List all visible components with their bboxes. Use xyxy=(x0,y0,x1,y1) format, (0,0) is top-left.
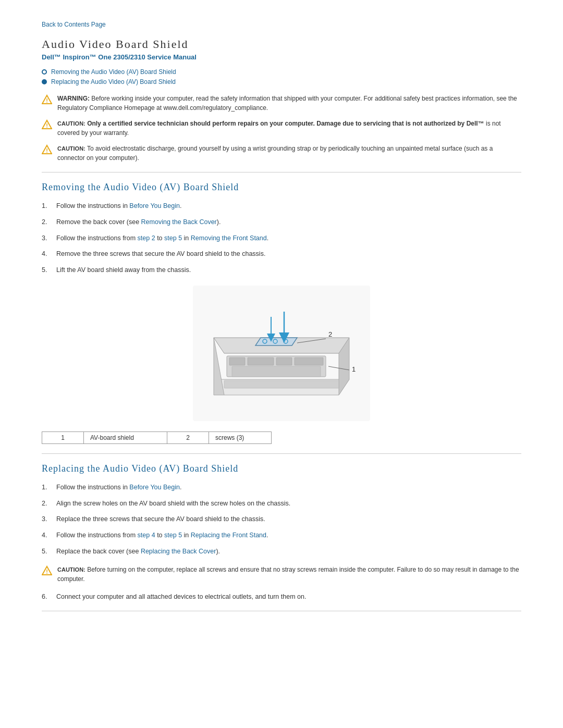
parts-table: 1 AV-board shield 2 screws (3) xyxy=(42,431,272,444)
removing-section-heading: Removing the Audio Video (AV) Board Shie… xyxy=(42,182,521,193)
back-to-contents-link[interactable]: Back to Contents Page xyxy=(42,21,521,28)
replacing-back-cover-link[interactable]: Replacing the Back Cover xyxy=(141,548,216,555)
svg-rect-21 xyxy=(248,357,274,365)
removing-back-cover-link[interactable]: Removing the Back Cover xyxy=(141,218,217,226)
svg-text:!: ! xyxy=(46,97,48,104)
removing-step-2: 2. Remove the back cover (see Removing t… xyxy=(42,217,521,227)
toc-bullet-1 xyxy=(42,69,47,75)
svg-rect-22 xyxy=(276,357,292,365)
service-manual-label: Dell™ Inspiron™ One 2305/2310 Service Ma… xyxy=(42,53,521,61)
step5-link-1[interactable]: step 5 xyxy=(164,235,182,242)
divider-3 xyxy=(42,611,521,611)
warning-notice: ! WARNING: Before working inside your co… xyxy=(42,94,521,113)
toc-link-removing[interactable]: Removing the Audio Video (AV) Board Shie… xyxy=(51,68,176,76)
svg-rect-23 xyxy=(295,357,323,365)
removing-steps-list: 1. Follow the instructions in Before You… xyxy=(42,201,521,275)
replacing-section-heading: Replacing the Audio Video (AV) Board Shi… xyxy=(42,463,521,474)
av-board-diagram: 2 1 xyxy=(42,286,521,421)
replacing-front-stand-link[interactable]: Replacing the Front Stand xyxy=(191,532,266,539)
before-you-begin-link-2[interactable]: Before You Begin xyxy=(129,484,180,491)
removing-step-5: 5. Lift the AV board shield away from th… xyxy=(42,265,521,275)
replacing-step-6: 6. Connect your computer and all attache… xyxy=(42,592,521,602)
diagram-svg: 2 1 xyxy=(193,286,370,421)
part-num-2: 2 xyxy=(167,431,209,443)
removing-front-stand-link[interactable]: Removing the Front Stand xyxy=(191,235,267,242)
svg-text:1: 1 xyxy=(352,365,356,373)
part-name-2: screws (3) xyxy=(209,431,272,443)
svg-text:2: 2 xyxy=(328,330,332,338)
removing-step-3: 3. Follow the instructions from step 2 t… xyxy=(42,233,521,243)
replacing-step-5: 5. Replace the back cover (see Replacing… xyxy=(42,547,521,557)
toc-container: Removing the Audio Video (AV) Board Shie… xyxy=(42,68,521,85)
caution-notice-1: ! CAUTION: Only a certified service tech… xyxy=(42,119,521,138)
caution-icon-3: ! xyxy=(42,565,52,576)
caution-text-3: CAUTION: Before turning on the computer,… xyxy=(57,565,521,584)
svg-rect-28 xyxy=(224,380,339,388)
replacing-step-2: 2. Align the screw holes on the AV board… xyxy=(42,499,521,509)
warning-text: WARNING: Before working inside your comp… xyxy=(57,94,521,113)
caution-text-1: CAUTION: Only a certified service techni… xyxy=(57,119,521,138)
warning-icon: ! xyxy=(42,94,52,105)
removing-step-1: 1. Follow the instructions in Before You… xyxy=(42,201,521,211)
caution-notice-3: ! CAUTION: Before turning on the compute… xyxy=(42,565,521,584)
replacing-steps-list: 1. Follow the instructions in Before You… xyxy=(42,483,521,557)
replacing-step-3: 3. Replace the three screws that secure … xyxy=(42,514,521,524)
caution-icon-1: ! xyxy=(42,119,52,130)
replacing-step-4: 4. Follow the instructions from step 4 t… xyxy=(42,530,521,540)
svg-rect-20 xyxy=(229,357,245,365)
svg-text:!: ! xyxy=(46,569,48,575)
part-name-1: AV-board shield xyxy=(84,431,167,443)
step4-link[interactable]: step 4 xyxy=(138,532,155,539)
toc-item-2: Replacing the Audio Video (AV) Board Shi… xyxy=(42,78,521,85)
before-you-begin-link-1[interactable]: Before You Begin xyxy=(129,202,180,209)
replacing-steps-list-2: 6. Connect your computer and all attache… xyxy=(42,592,521,602)
divider-1 xyxy=(42,172,521,172)
svg-text:!: ! xyxy=(46,122,48,129)
caution-text-2: CAUTION: To avoid electrostatic discharg… xyxy=(57,144,521,163)
caution-notice-2: ! CAUTION: To avoid electrostatic discha… xyxy=(42,144,521,163)
svg-rect-29 xyxy=(232,366,321,377)
svg-text:!: ! xyxy=(46,147,48,154)
replacing-step-1: 1. Follow the instructions in Before You… xyxy=(42,483,521,492)
svg-marker-11 xyxy=(255,338,297,346)
toc-item-1: Removing the Audio Video (AV) Board Shie… xyxy=(42,68,521,76)
part-num-1: 1 xyxy=(42,431,84,443)
step2-link[interactable]: step 2 xyxy=(138,235,155,242)
parts-table-row: 1 AV-board shield 2 screws (3) xyxy=(42,431,272,443)
caution-icon-2: ! xyxy=(42,144,52,155)
toc-link-replacing[interactable]: Replacing the Audio Video (AV) Board Shi… xyxy=(51,78,176,85)
removing-step-4: 4. Remove the three screws that secure t… xyxy=(42,249,521,259)
page-title: Audio Video Board Shield xyxy=(42,38,521,51)
step5-link-2[interactable]: step 5 xyxy=(164,532,182,539)
divider-2 xyxy=(42,453,521,454)
toc-bullet-2 xyxy=(42,79,47,84)
